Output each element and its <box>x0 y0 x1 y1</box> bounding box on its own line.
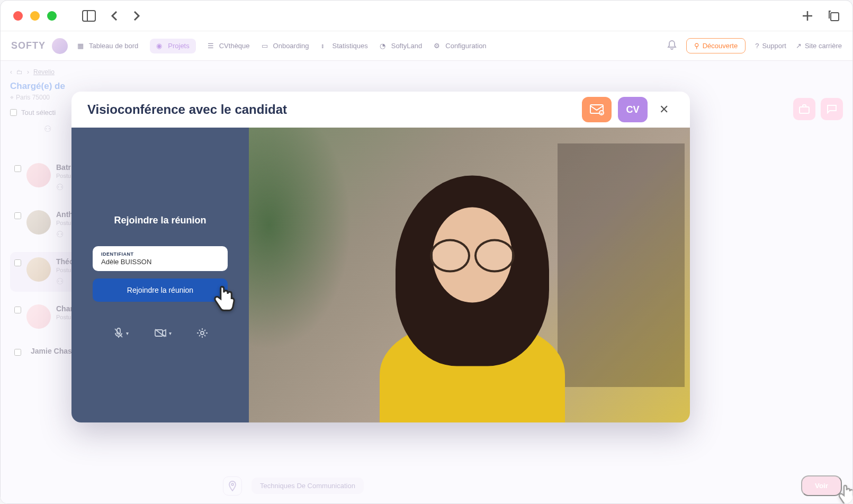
video-conference-modal: Visioconférence avec le candidat CV ✕ Re… <box>71 92 690 422</box>
nav-onboarding-label: Onboarding <box>273 42 309 50</box>
nav-cvtheque-label: CVthèque <box>219 42 250 50</box>
new-tab-button[interactable] <box>802 10 813 22</box>
breadcrumb: ‹ 🗀 › Revelio <box>10 68 200 76</box>
nav-support[interactable]: ?Support <box>755 42 786 50</box>
candidate-avatar <box>26 210 51 235</box>
voir-button[interactable]: Voir <box>801 475 842 496</box>
svg-point-14 <box>201 331 204 335</box>
forward-button[interactable] <box>133 11 140 21</box>
candidate-avatar <box>26 257 51 282</box>
candidate-checkbox[interactable] <box>14 165 21 172</box>
svg-point-6 <box>231 483 234 485</box>
select-all-label: Tout sélecti <box>21 109 56 116</box>
join-meeting-button[interactable]: Rejoindre la réunion <box>93 278 228 302</box>
user-avatar[interactable] <box>52 38 68 54</box>
camera-toggle-icon[interactable]: ▾ <box>154 327 172 339</box>
nav-site[interactable]: ↗Site carrière <box>796 42 842 50</box>
location-pin-icon[interactable] <box>223 476 242 496</box>
close-window-button[interactable] <box>13 11 23 21</box>
settings-icon[interactable] <box>197 327 208 339</box>
identifier-label: IDENTIFIANT <box>101 251 219 257</box>
identifier-value: Adèle BUISSON <box>101 258 219 266</box>
top-nav: SOFTY ▦Tableau de bord ◉Projets ☰CVthèqu… <box>1 31 852 61</box>
voir-label: Voir <box>815 482 828 490</box>
candidate-checkbox[interactable] <box>14 259 21 266</box>
skill-chip[interactable]: Techniques De Communication <box>252 478 364 494</box>
candidate-checkbox[interactable] <box>14 349 21 356</box>
support-label: Support <box>762 42 786 50</box>
job-title: Chargé(e) de <box>10 81 200 92</box>
briefcase-badge[interactable] <box>793 98 815 120</box>
nav-projects-label: Projets <box>168 42 189 50</box>
candidate-video-figure <box>348 159 591 422</box>
svg-rect-4 <box>831 13 839 21</box>
mic-toggle-icon[interactable]: ▾ <box>113 327 129 339</box>
select-all-checkbox[interactable] <box>10 109 17 116</box>
nav-config-label: Configuration <box>445 42 486 50</box>
traffic-lights <box>13 11 57 21</box>
identifier-field[interactable]: IDENTIFIANT Adèle BUISSON <box>93 246 228 271</box>
tabs-overview-button[interactable] <box>828 10 840 22</box>
window-titlebar <box>1 1 852 31</box>
nav-dashboard[interactable]: ▦Tableau de bord <box>77 42 138 50</box>
chat-badge[interactable] <box>821 98 843 120</box>
discover-label: Découverte <box>703 42 738 50</box>
nav-onboarding[interactable]: ▭Onboarding <box>262 42 309 50</box>
nav-stats[interactable]: ⫾Statistiques <box>321 42 368 50</box>
breadcrumb-back-icon[interactable]: ‹ <box>10 68 12 76</box>
bell-icon[interactable] <box>667 40 677 52</box>
svg-line-13 <box>155 329 165 337</box>
candidate-avatar <box>26 304 51 329</box>
sidebar-toggle-icon[interactable] <box>82 10 96 22</box>
nav-softyland-label: SoftyLand <box>391 42 423 50</box>
nav-stats-label: Statistiques <box>333 42 368 50</box>
join-heading: Rejoindre la réunion <box>114 215 206 226</box>
discover-button[interactable]: ⚲Découverte <box>686 38 746 53</box>
nav-projects[interactable]: ◉Projets <box>150 39 195 53</box>
nav-softyland[interactable]: ◔SoftyLand <box>380 42 423 50</box>
pin-icon: ⌖ <box>10 94 14 101</box>
nav-cvtheque[interactable]: ☰CVthèque <box>208 42 250 50</box>
maximize-window-button[interactable] <box>47 11 57 21</box>
svg-rect-11 <box>155 330 163 336</box>
people-icon: ⚇ <box>56 276 64 286</box>
people-icon: ⚇ <box>56 229 64 239</box>
svg-rect-5 <box>800 107 809 113</box>
site-label: Site carrière <box>805 42 842 50</box>
join-panel: Rejoindre la réunion IDENTIFIANT Adèle B… <box>71 128 249 422</box>
breadcrumb-link[interactable]: Revelio <box>33 68 55 76</box>
mail-button[interactable] <box>582 97 612 122</box>
back-button[interactable] <box>111 11 118 21</box>
app-logo: SOFTY <box>11 40 46 51</box>
people-icon: ⚇ <box>56 182 64 192</box>
minimize-window-button[interactable] <box>30 11 40 21</box>
candidate-checkbox[interactable] <box>14 212 21 219</box>
candidate-checkbox[interactable] <box>14 307 21 313</box>
close-modal-button[interactable]: ✕ <box>654 101 674 119</box>
folder-icon: 🗀 <box>16 68 23 76</box>
nav-config[interactable]: ⚙Configuration <box>434 42 486 50</box>
cv-button[interactable]: CV <box>618 97 648 122</box>
candidate-avatar <box>26 163 51 187</box>
modal-title: Visioconférence avec le candidat <box>87 102 287 117</box>
join-button-label: Rejoindre la réunion <box>127 286 193 294</box>
people-icon: ⚇ <box>44 124 51 134</box>
video-preview <box>249 128 690 422</box>
nav-dashboard-label: Tableau de bord <box>89 42 138 50</box>
svg-rect-0 <box>83 11 95 21</box>
